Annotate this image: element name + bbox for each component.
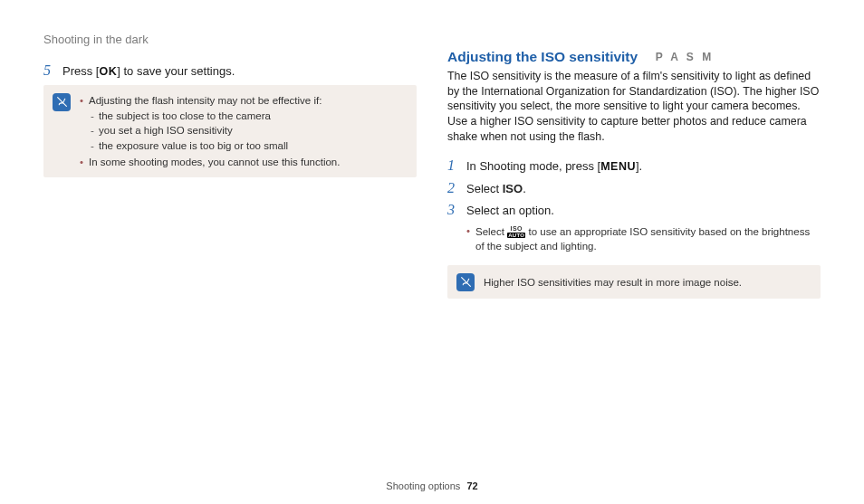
text-suffix: ]. [636, 159, 642, 173]
section-title: Adjusting the ISO sensitivity [447, 49, 638, 65]
step-number: 1 [447, 157, 462, 174]
sub-text-post: to use an appropriate ISO sensitivity ba… [475, 226, 810, 252]
step-number: 3 [447, 202, 462, 218]
note-dash: the subject is too close to the camera [91, 109, 340, 124]
note-icon [53, 93, 71, 111]
step-text: Select an option. [466, 202, 554, 219]
step-3: 3 Select an option. [447, 202, 821, 219]
step-number: 2 [447, 180, 462, 196]
text-suffix: . [523, 182, 526, 195]
note-bullet: Adjusting the flash intensity may not be… [80, 93, 340, 154]
note-box: Adjusting the flash intensity may not be… [43, 85, 417, 177]
note-dash: the exposure value is too big or too sma… [91, 138, 340, 154]
ok-button-label: OK [99, 65, 117, 78]
footer-label: Shooting options [386, 480, 460, 491]
step-2: 2 Select ISO. [447, 180, 821, 197]
step-1: 1 In Shooting mode, press [MENU]. [447, 157, 821, 175]
note-bullet: In some shooting modes, you cannot use t… [80, 155, 340, 170]
iso-auto-icon: ISOAUTO [507, 226, 525, 238]
sub-text-pre: Select [475, 226, 507, 237]
step-5: 5 Press [OK] to save your settings. [43, 62, 417, 80]
step-text: In Shooting mode, press [MENU]. [466, 157, 642, 175]
note-body: Adjusting the flash intensity may not be… [80, 92, 340, 170]
right-column: Adjusting the ISO sensitivity P A S M Th… [447, 33, 821, 454]
text-prefix: Press [ [62, 64, 99, 78]
section-heading-row: Adjusting the ISO sensitivity P A S M [447, 49, 821, 65]
page-number: 72 [466, 480, 477, 491]
note-line: Adjusting the flash intensity may not be… [89, 95, 322, 106]
step-text: Select ISO. [466, 180, 526, 197]
text-prefix: Select [466, 182, 503, 195]
section-paragraph: The ISO sensitivity is the measure of a … [447, 69, 821, 145]
note-box: Higher ISO sensitivities may result in m… [447, 265, 821, 299]
text-prefix: In Shooting mode, press [ [466, 159, 600, 173]
sub-step: Select ISOAUTO to use an appropriate ISO… [447, 224, 821, 254]
breadcrumb: Shooting in the dark [43, 33, 417, 46]
text-suffix: ] to save your settings. [117, 64, 235, 78]
iso-label: ISO [503, 182, 523, 195]
note-dash: you set a high ISO sensitivity [91, 123, 340, 138]
page-footer: Shooting options 72 [0, 480, 864, 491]
note-icon [456, 273, 475, 291]
left-column: Shooting in the dark 5 Press [OK] to sav… [43, 33, 417, 454]
mode-tags: P A S M [656, 51, 715, 63]
note-body: Higher ISO sensitivities may result in m… [484, 272, 742, 291]
step-text: Press [OK] to save your settings. [62, 62, 235, 80]
menu-button-label: MENU [600, 160, 636, 173]
step-number: 5 [43, 62, 58, 79]
sub-bullet: Select ISOAUTO to use an appropriate ISO… [466, 224, 821, 254]
